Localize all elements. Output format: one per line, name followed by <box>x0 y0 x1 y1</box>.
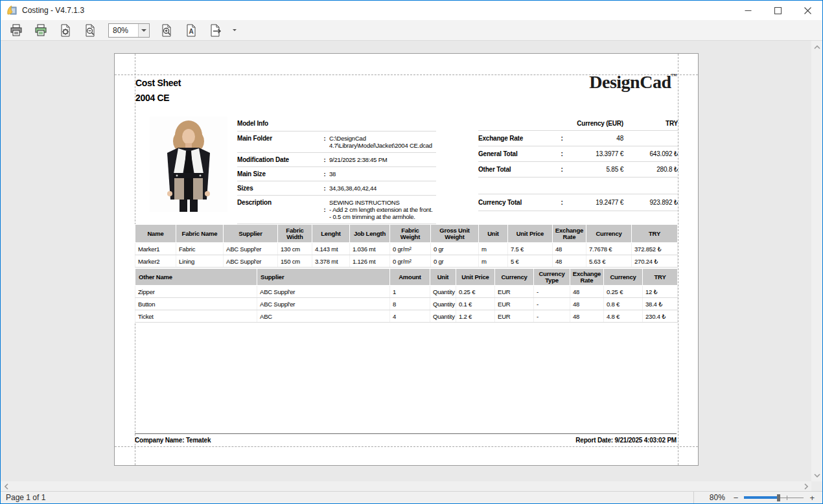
table-cell: Quantity <box>430 298 456 310</box>
export-button[interactable] <box>205 21 226 40</box>
zoom-plus-button[interactable]: + <box>809 494 815 502</box>
column-header: Unit <box>430 269 456 286</box>
table-cell: 0 gr/m² <box>390 255 431 268</box>
table-cell: 38.4 ₺ <box>643 298 678 310</box>
svg-text:A: A <box>189 28 193 35</box>
zoom-in-button[interactable] <box>156 21 177 40</box>
table-cell: EUR <box>495 298 534 310</box>
vertical-scrollbar[interactable] <box>811 41 822 481</box>
zoom-slider[interactable] <box>744 494 804 502</box>
minimize-icon <box>745 7 752 14</box>
table-row: TicketABC4Quantity1.2 €EUR-484.8 €230.4 … <box>135 310 678 323</box>
printer-icon <box>9 23 23 38</box>
window-title: Costing - V4.7.1.3 <box>22 6 84 15</box>
horizontal-scrollbar[interactable] <box>1 481 811 491</box>
model-info-section: Model Info Main Folder : C:\DesignCad 4.… <box>237 117 436 224</box>
preview-area: Cost Sheet 2004 CE DesignCad™ <box>1 41 822 491</box>
column-header: Currency Type <box>534 269 570 286</box>
margin-guide-right <box>678 54 678 465</box>
table-cell: Quantity <box>430 310 456 323</box>
page-gear-icon <box>58 23 73 38</box>
quick-print-button[interactable] <box>30 21 51 40</box>
currency-summary-header: Currency (EUR) TRY <box>478 117 678 131</box>
table-cell: 48 <box>570 286 604 298</box>
toolbar: 80% A <box>1 20 822 41</box>
column-header: Job Length <box>350 225 390 243</box>
maximize-icon <box>774 7 782 14</box>
text-format-button[interactable]: A <box>181 21 202 40</box>
column-header: Fabric Name <box>176 225 224 243</box>
currency-try-header: TRY <box>623 120 678 127</box>
column-header: Supplier <box>224 225 278 243</box>
maximize-button[interactable] <box>763 1 793 20</box>
zoom-minus-button[interactable]: − <box>734 494 739 502</box>
report-date: Report Date: 9/21/2025 4:03:02 PM <box>575 437 677 444</box>
company-name: Company Name: Tematek <box>135 437 211 444</box>
page-magnifier-plus-icon <box>159 23 174 38</box>
column-header: Fabric Width <box>278 225 312 243</box>
table-cell: 5.63 € <box>586 255 632 268</box>
column-header: Lenght <box>312 225 350 243</box>
table-cell: 1 <box>390 286 430 298</box>
report-page: Cost Sheet 2004 CE DesignCad™ <box>114 53 699 466</box>
table-cell: 48 <box>553 243 586 255</box>
table-cell: - <box>534 310 570 323</box>
zoom-level-select[interactable]: 80% <box>108 23 150 38</box>
table-cell: 12 ₺ <box>643 286 678 298</box>
scroll-up-button[interactable] <box>811 42 822 52</box>
table-cell: 48 <box>553 255 586 268</box>
table-cell: m <box>479 243 508 255</box>
table-cell: 1.036 mt <box>350 243 390 255</box>
table-cell: 372.852 ₺ <box>632 243 678 255</box>
table-cell: 0.25 € <box>456 286 495 298</box>
scroll-right-button[interactable] <box>800 481 811 491</box>
table-cell: 0.1 € <box>456 298 495 310</box>
model-info-row: Main Folder : C:\DesignCad 4.7\Library\M… <box>237 132 436 153</box>
minimize-button[interactable] <box>733 1 763 20</box>
table-cell: 3.378 mt <box>312 255 350 268</box>
close-icon <box>804 7 811 14</box>
currency-summary-spacer <box>478 178 678 194</box>
zoom-level-value: 80% <box>109 26 138 35</box>
table-cell: 0 gr <box>431 243 479 255</box>
chevron-up-icon <box>814 45 820 49</box>
table-cell: Button <box>135 298 257 310</box>
margin-guide-bottom <box>115 446 698 447</box>
page-indicator: Page 1 of 1 <box>1 493 45 502</box>
model-info-row: Sizes : 34,36,38,40,42,44 <box>237 181 436 196</box>
table-cell: 4 <box>390 310 430 323</box>
column-header: Currency <box>495 269 534 286</box>
table-cell: 270.24 ₺ <box>632 255 678 268</box>
table-cell: Lining <box>176 255 224 268</box>
zoom-out-button[interactable] <box>80 21 100 40</box>
table-cell: 5 € <box>508 255 553 268</box>
model-info-row: Modification Date : 9/21/2025 2:38:45 PM <box>237 153 436 167</box>
table-cell: Marker1 <box>135 243 176 255</box>
print-button[interactable] <box>6 21 27 40</box>
table-cell: 48 <box>570 298 604 310</box>
table-cell: 230.4 ₺ <box>643 310 678 323</box>
brand-logo: DesignCad™ <box>589 72 677 93</box>
table-cell: EUR <box>495 310 534 323</box>
table-cell: 8 <box>390 298 430 310</box>
chevron-down-icon <box>141 29 146 32</box>
export-dropdown-button[interactable] <box>230 21 239 40</box>
model-photo <box>150 117 227 212</box>
column-header: Currency <box>586 225 632 243</box>
zoom-slider-thumb[interactable] <box>777 494 780 501</box>
scrollbar-corner <box>811 481 822 491</box>
table-cell: 150 cm <box>278 255 312 268</box>
column-header: TRY <box>632 225 678 243</box>
close-button[interactable] <box>793 1 822 20</box>
page-setup-button[interactable] <box>55 21 76 40</box>
zoom-select-dropdown-button[interactable] <box>138 24 149 37</box>
table-cell: 48 <box>570 310 604 323</box>
model-info-heading: Model Info <box>237 117 436 132</box>
fabric-table-header-row: NameFabric NameSupplierFabric WidthLengh… <box>135 225 678 243</box>
app-icon <box>6 5 17 16</box>
model-info-row: Description : SEWING INSTRUCTIONS - Add … <box>237 196 436 224</box>
currency-summary-row: Exchange Rate : 48 <box>478 131 678 146</box>
column-header: Unit Price <box>456 269 495 286</box>
scroll-left-button[interactable] <box>1 481 12 491</box>
scroll-down-button[interactable] <box>811 470 822 480</box>
